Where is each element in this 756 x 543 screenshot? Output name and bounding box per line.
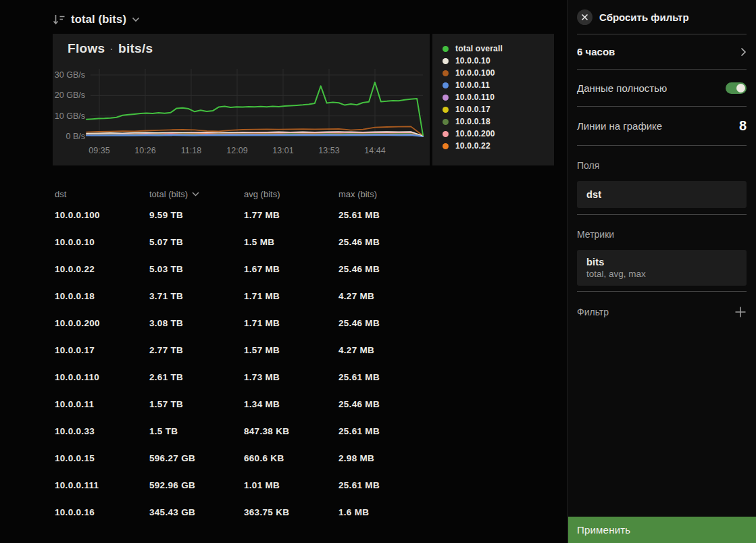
legend-item[interactable]: 10.0.0.200 — [443, 128, 554, 140]
flows-table: dsttotal (bits)avg (bits)max (bits) 10.0… — [55, 186, 440, 525]
legend-label: 10.0.0.22 — [455, 141, 490, 151]
reset-filter-label: Сбросить фильтр — [599, 11, 689, 23]
time-range-selector[interactable]: 6 часов — [568, 34, 756, 69]
avg-cell: 1.73 MB — [244, 372, 338, 382]
legend-label: 10.0.0.17 — [455, 105, 490, 114]
total-cell: 596.27 GB — [149, 453, 244, 463]
field-card-dst[interactable]: dst — [577, 181, 747, 208]
legend-item[interactable]: 10.0.0.110 — [443, 91, 554, 103]
full-data-toggle[interactable] — [726, 82, 747, 94]
dst-cell: 10.0.0.15 — [55, 453, 149, 463]
full-data-label: Данные полностью — [577, 82, 667, 94]
column-header-total[interactable]: total (bits) — [149, 189, 244, 199]
total-cell: 1.5 TB — [149, 426, 244, 436]
total-cell: 5.03 TB — [149, 264, 244, 274]
max-cell: 4.27 MB — [338, 291, 433, 301]
field-card-title: dst — [586, 189, 601, 200]
legend-item[interactable]: 10.0.0.17 — [443, 103, 554, 115]
fields-label: Поля — [577, 146, 747, 171]
table-row[interactable]: 10.0.0.1009.59 TB1.77 MB25.61 MB — [55, 201, 440, 228]
legend-item[interactable]: 10.0.0.10 — [443, 55, 554, 67]
toggle-knob — [736, 84, 745, 93]
svg-text:10:26: 10:26 — [134, 146, 155, 155]
column-header-label: total (bits) — [149, 189, 188, 199]
sort-field-label: total (bits) — [71, 13, 126, 26]
total-cell: 3.71 TB — [149, 291, 244, 301]
filter-sidebar: Сбросить фильтр 6 часов Данные полностью… — [568, 0, 756, 543]
apply-button[interactable]: Применить — [568, 517, 756, 543]
legend-item[interactable]: total overall — [443, 43, 554, 55]
dst-cell: 10.0.0.11 — [55, 399, 149, 409]
table-row[interactable]: 10.0.0.105.07 TB1.5 MB25.46 MB — [55, 228, 440, 255]
graph-lines-value[interactable]: 8 — [739, 118, 747, 134]
avg-cell: 1.5 MB — [244, 237, 338, 247]
dst-cell: 10.0.0.33 — [55, 426, 149, 436]
svg-text:12:09: 12:09 — [226, 146, 247, 155]
graph-lines-label: Линии на графике — [577, 120, 662, 132]
column-header-avg[interactable]: avg (bits) — [244, 189, 338, 199]
total-cell: 3.08 TB — [149, 318, 244, 328]
max-cell: 4.27 MB — [338, 345, 433, 355]
avg-cell: 1.71 MB — [244, 291, 338, 301]
max-cell: 2.98 MB — [338, 453, 433, 463]
table-row[interactable]: 10.0.0.2003.08 TB1.71 MB25.46 MB — [55, 309, 440, 336]
legend-item[interactable]: 10.0.0.22 — [443, 140, 554, 152]
max-cell: 25.61 MB — [338, 480, 433, 490]
flows-line-chart[interactable]: 0 B/s10 GB/s20 GB/s30 GB/s09:3510:2611:1… — [53, 34, 430, 165]
svg-text:10 GB/s: 10 GB/s — [55, 111, 85, 121]
legend-label: 10.0.0.11 — [455, 80, 490, 90]
total-cell: 592.96 GB — [149, 480, 244, 490]
filter-add-row[interactable]: Фильтр — [568, 292, 756, 332]
avg-cell: 1.57 MB — [244, 345, 338, 355]
legend-item[interactable]: 10.0.0.11 — [443, 79, 554, 91]
column-header-label: dst — [55, 189, 66, 199]
legend-item[interactable]: 10.0.0.100 — [443, 67, 554, 79]
full-data-row: Данные полностью — [568, 70, 756, 106]
sort-control[interactable]: total (bits) — [53, 13, 140, 26]
max-cell: 1.6 MB — [338, 507, 433, 517]
table-row[interactable]: 10.0.0.15596.27 GB660.6 KB2.98 MB — [55, 444, 440, 471]
dst-cell: 10.0.0.100 — [55, 210, 149, 220]
metric-card-bits[interactable]: bits total, avg, max — [577, 250, 747, 286]
legend-color-dot — [443, 58, 449, 64]
table-row[interactable]: 10.0.0.331.5 TB847.38 KB25.61 MB — [55, 417, 440, 444]
table-row[interactable]: 10.0.0.183.71 TB1.71 MB4.27 MB — [55, 282, 440, 309]
svg-text:14:44: 14:44 — [364, 146, 385, 155]
table-row[interactable]: 10.0.0.111592.96 GB1.01 MB25.61 MB — [55, 471, 440, 498]
app-root: { "sort_control": { "label": "total (bit… — [0, 0, 756, 543]
dst-cell: 10.0.0.18 — [55, 291, 149, 301]
sort-chevron-down-icon — [192, 192, 199, 197]
total-cell: 1.57 TB — [149, 399, 244, 409]
chevron-down-icon — [132, 17, 140, 22]
svg-text:09:35: 09:35 — [89, 146, 109, 155]
legend-item[interactable]: 10.0.0.18 — [443, 115, 554, 128]
graph-lines-row: Линии на графике 8 — [568, 107, 756, 145]
flows-chart-panel: Flows·bits/s 0 B/s10 GB/s20 GB/s30 GB/s0… — [53, 34, 430, 165]
fields-section: Поля dst — [568, 146, 756, 214]
legend-color-dot — [443, 82, 449, 88]
legend-label: 10.0.0.10 — [455, 56, 490, 66]
legend-color-dot — [443, 143, 449, 149]
dst-cell: 10.0.0.200 — [55, 318, 149, 328]
svg-text:13:01: 13:01 — [272, 146, 293, 155]
sort-descending-icon — [53, 14, 66, 25]
table-row[interactable]: 10.0.0.172.77 TB1.57 MB4.27 MB — [55, 336, 440, 363]
legend-color-dot — [443, 70, 449, 76]
close-icon[interactable] — [577, 9, 593, 25]
avg-cell: 1.34 MB — [244, 399, 338, 409]
column-header-dst[interactable]: dst — [55, 189, 149, 199]
max-cell: 25.61 MB — [338, 426, 433, 436]
column-header-max[interactable]: max (bits) — [338, 189, 433, 199]
reset-filter-button[interactable]: Сбросить фильтр — [568, 0, 756, 34]
table-row[interactable]: 10.0.0.1102.61 TB1.73 MB25.61 MB — [55, 363, 440, 390]
max-cell: 25.61 MB — [338, 210, 433, 220]
legend-label: 10.0.0.200 — [455, 129, 495, 138]
table-row[interactable]: 10.0.0.225.03 TB1.67 MB25.46 MB — [55, 255, 440, 282]
legend-label: total overall — [455, 44, 503, 53]
plus-icon[interactable] — [734, 306, 747, 318]
legend-color-dot — [443, 95, 449, 101]
table-row[interactable]: 10.0.0.111.57 TB1.34 MB25.46 MB — [55, 390, 440, 417]
chart-legend-panel: total overall10.0.0.1010.0.0.10010.0.0.1… — [432, 34, 554, 165]
dst-cell: 10.0.0.111 — [55, 480, 149, 490]
table-row[interactable]: 10.0.0.16345.43 GB363.75 KB1.6 MB — [55, 498, 440, 525]
